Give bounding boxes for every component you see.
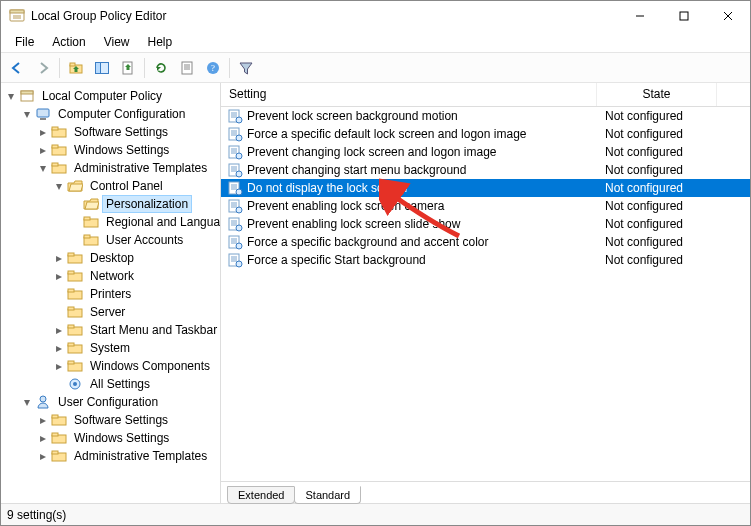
filter-button[interactable] xyxy=(234,56,258,80)
tree-desktop[interactable]: ▸Desktop xyxy=(53,249,220,267)
menu-file[interactable]: File xyxy=(7,33,42,51)
collapse-icon[interactable]: ▾ xyxy=(53,180,65,192)
tree-computer-configuration[interactable]: ▾ Computer Configuration xyxy=(21,105,220,123)
computer-icon xyxy=(35,106,51,122)
svg-rect-11 xyxy=(96,62,101,73)
tree-windows-components[interactable]: ▸Windows Components xyxy=(53,357,220,375)
tree-user-configuration[interactable]: ▾User Configuration xyxy=(21,393,220,411)
expand-icon[interactable]: ▸ xyxy=(37,144,49,156)
setting-row[interactable]: Force a specific Start backgroundNot con… xyxy=(221,251,750,269)
setting-row[interactable]: Prevent changing lock screen and logon i… xyxy=(221,143,750,161)
svg-rect-55 xyxy=(52,451,58,454)
tree-printers[interactable]: Printers xyxy=(53,285,220,303)
collapse-icon[interactable]: ▾ xyxy=(21,108,33,120)
settings-icon xyxy=(67,376,83,392)
up-button[interactable] xyxy=(64,56,88,80)
back-button[interactable] xyxy=(5,56,29,80)
expand-icon[interactable]: ▸ xyxy=(53,270,65,282)
setting-row[interactable]: Prevent changing start menu backgroundNo… xyxy=(221,161,750,179)
menu-view[interactable]: View xyxy=(96,33,138,51)
tree-label: Windows Settings xyxy=(71,142,172,158)
expand-icon[interactable]: ▸ xyxy=(37,126,49,138)
refresh-button[interactable] xyxy=(149,56,173,80)
col-setting[interactable]: Setting xyxy=(221,83,597,106)
tree-windows-settings[interactable]: ▸Windows Settings xyxy=(37,141,220,159)
expand-icon[interactable]: ▸ xyxy=(37,450,49,462)
folder-open-icon xyxy=(83,196,99,212)
collapse-icon[interactable]: ▾ xyxy=(5,90,17,102)
tree-label: All Settings xyxy=(87,376,153,392)
setting-state: Not configured xyxy=(597,181,717,195)
folder-icon xyxy=(67,250,83,266)
toolbar-sep xyxy=(229,58,230,78)
svg-rect-46 xyxy=(68,361,74,364)
tree-label: User Accounts xyxy=(103,232,186,248)
list-body[interactable]: Prevent lock screen background motionNot… xyxy=(221,107,750,481)
collapse-icon[interactable]: ▾ xyxy=(21,396,33,408)
collapse-icon[interactable]: ▾ xyxy=(37,162,49,174)
setting-row[interactable]: Prevent enabling lock screen cameraNot c… xyxy=(221,197,750,215)
tree-regional-language[interactable]: Regional and Language xyxy=(69,213,220,231)
setting-row[interactable]: Prevent lock screen background motionNot… xyxy=(221,107,750,125)
statusbar: 9 setting(s) xyxy=(1,503,750,525)
svg-point-90 xyxy=(236,225,242,231)
tree-system[interactable]: ▸System xyxy=(53,339,220,357)
folder-icon xyxy=(83,232,99,248)
tree-uc-software-settings[interactable]: ▸Software Settings xyxy=(37,411,220,429)
folder-open-icon xyxy=(67,178,83,194)
tab-extended[interactable]: Extended xyxy=(227,486,295,504)
expand-icon[interactable]: ▸ xyxy=(37,432,49,444)
svg-rect-51 xyxy=(52,415,58,418)
tree-label: System xyxy=(87,340,133,356)
user-icon xyxy=(35,394,51,410)
close-button[interactable] xyxy=(706,1,750,31)
export-list-button[interactable] xyxy=(116,56,140,80)
tree-admin-templates[interactable]: ▾Administrative Templates xyxy=(37,159,220,177)
tree-network[interactable]: ▸Network xyxy=(53,267,220,285)
tree-user-accounts[interactable]: User Accounts xyxy=(69,231,220,249)
svg-point-65 xyxy=(236,135,242,141)
expand-icon[interactable]: ▸ xyxy=(53,360,65,372)
folder-icon xyxy=(83,214,99,230)
show-hide-tree-button[interactable] xyxy=(90,56,114,80)
policy-item-icon xyxy=(227,108,243,124)
expand-icon[interactable]: ▸ xyxy=(37,414,49,426)
menu-action[interactable]: Action xyxy=(44,33,93,51)
setting-row[interactable]: Force a specific default lock screen and… xyxy=(221,125,750,143)
help-button[interactable]: ? xyxy=(201,56,225,80)
tree-software-settings[interactable]: ▸Software Settings xyxy=(37,123,220,141)
tree-label: Administrative Templates xyxy=(71,160,210,176)
setting-row[interactable]: Prevent enabling lock screen slide showN… xyxy=(221,215,750,233)
policy-item-icon xyxy=(227,198,243,214)
tab-standard[interactable]: Standard xyxy=(294,486,361,504)
forward-button[interactable] xyxy=(31,56,55,80)
expand-icon[interactable]: ▸ xyxy=(53,342,65,354)
expand-icon[interactable]: ▸ xyxy=(53,324,65,336)
expand-icon[interactable]: ▸ xyxy=(53,252,65,264)
tree-start-menu[interactable]: ▸Start Menu and Taskbar xyxy=(53,321,220,339)
folder-icon xyxy=(67,268,83,284)
tree-personalization[interactable]: Personalization xyxy=(69,195,220,213)
setting-row[interactable]: Do not display the lock screenNot config… xyxy=(221,179,750,197)
tree-label: Windows Settings xyxy=(71,430,172,446)
tree-control-panel[interactable]: ▾Control Panel xyxy=(53,177,220,195)
app-icon xyxy=(9,8,25,24)
tree-uc-windows-settings[interactable]: ▸Windows Settings xyxy=(37,429,220,447)
tree-pane[interactable]: ▾ Local Computer Policy ▾ Computer Confi… xyxy=(1,83,221,503)
col-state[interactable]: State xyxy=(597,83,717,106)
properties-button[interactable] xyxy=(175,56,199,80)
minimize-button[interactable] xyxy=(618,1,662,31)
tree-uc-admin-templates[interactable]: ▸Administrative Templates xyxy=(37,447,220,465)
spacer-icon xyxy=(69,234,81,246)
maximize-button[interactable] xyxy=(662,1,706,31)
tree-label: Printers xyxy=(87,286,134,302)
menu-help[interactable]: Help xyxy=(140,33,181,51)
svg-point-95 xyxy=(236,243,242,249)
setting-row[interactable]: Force a specific background and accent c… xyxy=(221,233,750,251)
spacer-icon xyxy=(53,288,65,300)
tree-server[interactable]: Server xyxy=(53,303,220,321)
policy-item-icon xyxy=(227,252,243,268)
setting-name: Do not display the lock screen xyxy=(247,181,407,195)
tree-root[interactable]: ▾ Local Computer Policy xyxy=(5,87,220,105)
tree-all-settings[interactable]: All Settings xyxy=(53,375,220,393)
